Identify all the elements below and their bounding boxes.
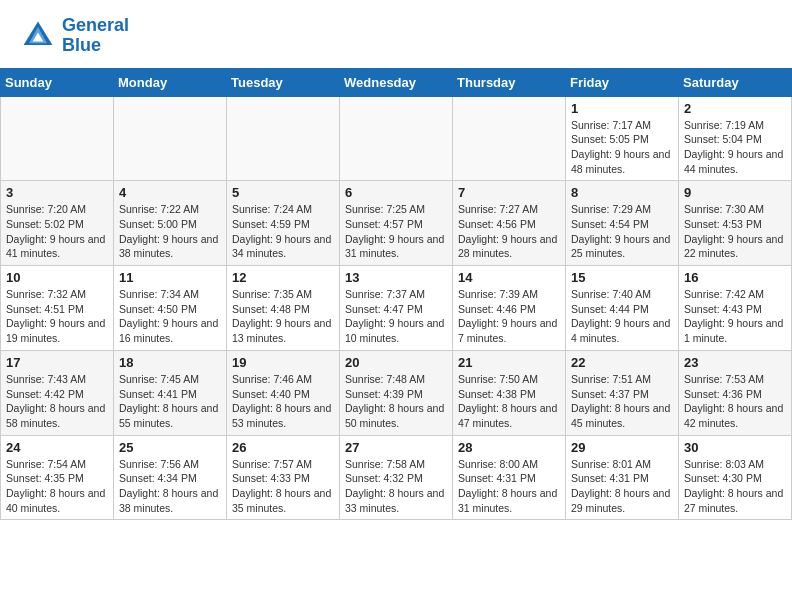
weekday-header-saturday: Saturday	[679, 68, 792, 96]
calendar-week-3: 17Sunrise: 7:43 AM Sunset: 4:42 PM Dayli…	[1, 350, 792, 435]
calendar-cell: 4Sunrise: 7:22 AM Sunset: 5:00 PM Daylig…	[114, 181, 227, 266]
day-info: Sunrise: 7:46 AM Sunset: 4:40 PM Dayligh…	[232, 372, 334, 431]
day-info: Sunrise: 8:00 AM Sunset: 4:31 PM Dayligh…	[458, 457, 560, 516]
calendar-cell: 8Sunrise: 7:29 AM Sunset: 4:54 PM Daylig…	[566, 181, 679, 266]
calendar-cell: 6Sunrise: 7:25 AM Sunset: 4:57 PM Daylig…	[340, 181, 453, 266]
calendar-cell	[227, 96, 340, 181]
day-number: 5	[232, 185, 334, 200]
calendar-week-2: 10Sunrise: 7:32 AM Sunset: 4:51 PM Dayli…	[1, 266, 792, 351]
day-number: 8	[571, 185, 673, 200]
day-info: Sunrise: 8:03 AM Sunset: 4:30 PM Dayligh…	[684, 457, 786, 516]
calendar-cell: 30Sunrise: 8:03 AM Sunset: 4:30 PM Dayli…	[679, 435, 792, 520]
day-number: 20	[345, 355, 447, 370]
weekday-header-monday: Monday	[114, 68, 227, 96]
calendar-cell	[1, 96, 114, 181]
day-number: 22	[571, 355, 673, 370]
day-number: 7	[458, 185, 560, 200]
weekday-header-tuesday: Tuesday	[227, 68, 340, 96]
day-number: 24	[6, 440, 108, 455]
calendar-cell: 21Sunrise: 7:50 AM Sunset: 4:38 PM Dayli…	[453, 350, 566, 435]
calendar-cell: 13Sunrise: 7:37 AM Sunset: 4:47 PM Dayli…	[340, 266, 453, 351]
calendar-cell: 1Sunrise: 7:17 AM Sunset: 5:05 PM Daylig…	[566, 96, 679, 181]
day-number: 1	[571, 101, 673, 116]
calendar-cell: 12Sunrise: 7:35 AM Sunset: 4:48 PM Dayli…	[227, 266, 340, 351]
day-info: Sunrise: 7:37 AM Sunset: 4:47 PM Dayligh…	[345, 287, 447, 346]
day-number: 17	[6, 355, 108, 370]
day-number: 28	[458, 440, 560, 455]
calendar-cell: 16Sunrise: 7:42 AM Sunset: 4:43 PM Dayli…	[679, 266, 792, 351]
day-number: 3	[6, 185, 108, 200]
calendar-cell: 24Sunrise: 7:54 AM Sunset: 4:35 PM Dayli…	[1, 435, 114, 520]
day-number: 26	[232, 440, 334, 455]
day-info: Sunrise: 7:54 AM Sunset: 4:35 PM Dayligh…	[6, 457, 108, 516]
weekday-header-sunday: Sunday	[1, 68, 114, 96]
day-info: Sunrise: 7:34 AM Sunset: 4:50 PM Dayligh…	[119, 287, 221, 346]
day-number: 15	[571, 270, 673, 285]
day-number: 13	[345, 270, 447, 285]
calendar-cell: 29Sunrise: 8:01 AM Sunset: 4:31 PM Dayli…	[566, 435, 679, 520]
day-info: Sunrise: 7:19 AM Sunset: 5:04 PM Dayligh…	[684, 118, 786, 177]
day-info: Sunrise: 7:24 AM Sunset: 4:59 PM Dayligh…	[232, 202, 334, 261]
calendar-week-4: 24Sunrise: 7:54 AM Sunset: 4:35 PM Dayli…	[1, 435, 792, 520]
calendar-cell	[453, 96, 566, 181]
page-header: General Blue	[0, 0, 792, 60]
day-info: Sunrise: 7:35 AM Sunset: 4:48 PM Dayligh…	[232, 287, 334, 346]
day-info: Sunrise: 7:20 AM Sunset: 5:02 PM Dayligh…	[6, 202, 108, 261]
day-number: 11	[119, 270, 221, 285]
calendar-cell: 11Sunrise: 7:34 AM Sunset: 4:50 PM Dayli…	[114, 266, 227, 351]
day-number: 19	[232, 355, 334, 370]
calendar-cell: 17Sunrise: 7:43 AM Sunset: 4:42 PM Dayli…	[1, 350, 114, 435]
day-info: Sunrise: 7:48 AM Sunset: 4:39 PM Dayligh…	[345, 372, 447, 431]
calendar-cell: 25Sunrise: 7:56 AM Sunset: 4:34 PM Dayli…	[114, 435, 227, 520]
logo-icon	[20, 18, 56, 54]
day-info: Sunrise: 7:30 AM Sunset: 4:53 PM Dayligh…	[684, 202, 786, 261]
day-info: Sunrise: 7:25 AM Sunset: 4:57 PM Dayligh…	[345, 202, 447, 261]
logo: General Blue	[20, 16, 129, 56]
day-info: Sunrise: 7:29 AM Sunset: 4:54 PM Dayligh…	[571, 202, 673, 261]
calendar-cell: 9Sunrise: 7:30 AM Sunset: 4:53 PM Daylig…	[679, 181, 792, 266]
calendar-cell: 2Sunrise: 7:19 AM Sunset: 5:04 PM Daylig…	[679, 96, 792, 181]
calendar-cell: 5Sunrise: 7:24 AM Sunset: 4:59 PM Daylig…	[227, 181, 340, 266]
day-info: Sunrise: 7:32 AM Sunset: 4:51 PM Dayligh…	[6, 287, 108, 346]
calendar-table: SundayMondayTuesdayWednesdayThursdayFrid…	[0, 68, 792, 521]
calendar-cell: 26Sunrise: 7:57 AM Sunset: 4:33 PM Dayli…	[227, 435, 340, 520]
day-info: Sunrise: 7:58 AM Sunset: 4:32 PM Dayligh…	[345, 457, 447, 516]
weekday-header-thursday: Thursday	[453, 68, 566, 96]
weekday-header-row: SundayMondayTuesdayWednesdayThursdayFrid…	[1, 68, 792, 96]
weekday-header-friday: Friday	[566, 68, 679, 96]
calendar-cell: 18Sunrise: 7:45 AM Sunset: 4:41 PM Dayli…	[114, 350, 227, 435]
calendar-cell: 7Sunrise: 7:27 AM Sunset: 4:56 PM Daylig…	[453, 181, 566, 266]
calendar-cell	[114, 96, 227, 181]
day-info: Sunrise: 7:45 AM Sunset: 4:41 PM Dayligh…	[119, 372, 221, 431]
calendar-cell: 15Sunrise: 7:40 AM Sunset: 4:44 PM Dayli…	[566, 266, 679, 351]
day-number: 30	[684, 440, 786, 455]
day-number: 21	[458, 355, 560, 370]
calendar-cell: 27Sunrise: 7:58 AM Sunset: 4:32 PM Dayli…	[340, 435, 453, 520]
day-number: 10	[6, 270, 108, 285]
day-info: Sunrise: 8:01 AM Sunset: 4:31 PM Dayligh…	[571, 457, 673, 516]
calendar-cell: 3Sunrise: 7:20 AM Sunset: 5:02 PM Daylig…	[1, 181, 114, 266]
day-number: 29	[571, 440, 673, 455]
day-number: 6	[345, 185, 447, 200]
logo-text: General Blue	[62, 16, 129, 56]
day-number: 9	[684, 185, 786, 200]
day-info: Sunrise: 7:57 AM Sunset: 4:33 PM Dayligh…	[232, 457, 334, 516]
day-number: 16	[684, 270, 786, 285]
day-info: Sunrise: 7:53 AM Sunset: 4:36 PM Dayligh…	[684, 372, 786, 431]
day-info: Sunrise: 7:56 AM Sunset: 4:34 PM Dayligh…	[119, 457, 221, 516]
calendar-cell: 23Sunrise: 7:53 AM Sunset: 4:36 PM Dayli…	[679, 350, 792, 435]
day-info: Sunrise: 7:17 AM Sunset: 5:05 PM Dayligh…	[571, 118, 673, 177]
day-info: Sunrise: 7:43 AM Sunset: 4:42 PM Dayligh…	[6, 372, 108, 431]
day-info: Sunrise: 7:27 AM Sunset: 4:56 PM Dayligh…	[458, 202, 560, 261]
calendar-cell: 22Sunrise: 7:51 AM Sunset: 4:37 PM Dayli…	[566, 350, 679, 435]
day-number: 4	[119, 185, 221, 200]
calendar-cell: 14Sunrise: 7:39 AM Sunset: 4:46 PM Dayli…	[453, 266, 566, 351]
calendar-week-0: 1Sunrise: 7:17 AM Sunset: 5:05 PM Daylig…	[1, 96, 792, 181]
calendar-cell: 19Sunrise: 7:46 AM Sunset: 4:40 PM Dayli…	[227, 350, 340, 435]
day-number: 18	[119, 355, 221, 370]
day-info: Sunrise: 7:51 AM Sunset: 4:37 PM Dayligh…	[571, 372, 673, 431]
day-number: 25	[119, 440, 221, 455]
weekday-header-wednesday: Wednesday	[340, 68, 453, 96]
day-info: Sunrise: 7:22 AM Sunset: 5:00 PM Dayligh…	[119, 202, 221, 261]
calendar-cell: 20Sunrise: 7:48 AM Sunset: 4:39 PM Dayli…	[340, 350, 453, 435]
